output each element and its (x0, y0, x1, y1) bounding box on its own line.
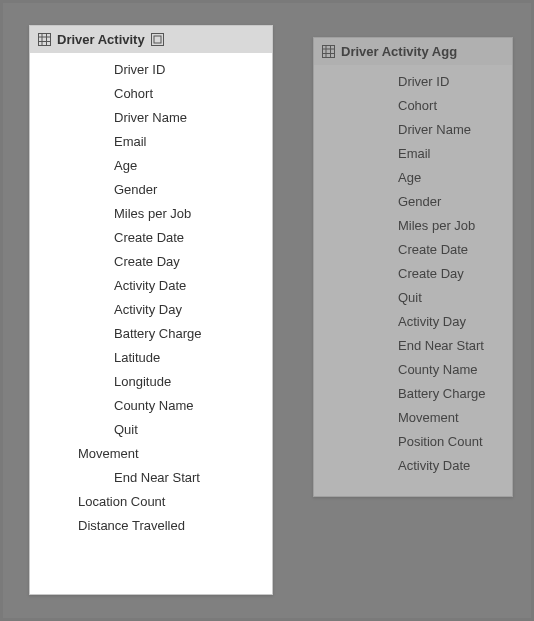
field-row[interactable]: Distance Travelled (30, 513, 272, 537)
field-label: Cohort (390, 98, 437, 113)
field-row[interactable]: Activity Date (30, 273, 272, 297)
table-panel[interactable]: Driver ActivityDriver IDCohortDriver Nam… (29, 25, 273, 595)
field-label: Miles per Job (106, 206, 191, 221)
table-panel[interactable]: Driver Activity AggDriver IDCohortDriver… (313, 37, 513, 497)
table-icon (38, 33, 51, 46)
field-row[interactable]: Miles per Job (30, 201, 272, 225)
field-label: Quit (106, 422, 138, 437)
svg-rect-6 (154, 36, 161, 43)
field-row[interactable]: Age (30, 153, 272, 177)
field-row[interactable]: Movement (314, 405, 512, 429)
field-row[interactable]: Create Date (30, 225, 272, 249)
field-label: Position Count (390, 434, 483, 449)
field-row[interactable]: Activity Date (314, 453, 512, 477)
field-label: Activity Date (390, 458, 470, 473)
sigma-icon (352, 435, 390, 447)
field-label: Email (390, 146, 431, 161)
table-icon (322, 45, 335, 58)
field-row[interactable]: Driver ID (314, 69, 512, 93)
field-label: Create Day (106, 254, 180, 269)
field-label: Distance Travelled (70, 518, 185, 533)
field-row[interactable]: Location Count (30, 489, 272, 513)
field-label: Cohort (106, 86, 153, 101)
field-label: Activity Day (390, 314, 466, 329)
field-row[interactable]: Miles per Job (314, 213, 512, 237)
field-label: Movement (390, 410, 459, 425)
svg-rect-5 (151, 34, 163, 46)
field-row[interactable]: Quit (30, 417, 272, 441)
field-row[interactable]: End Near Start (314, 333, 512, 357)
field-label: County Name (390, 362, 477, 377)
field-row[interactable]: Activity Day (30, 297, 272, 321)
field-label: Age (390, 170, 421, 185)
field-row[interactable]: Driver ID (30, 57, 272, 81)
sigma-icon (352, 99, 390, 111)
field-label: Battery Charge (106, 326, 201, 341)
sigma-icon (352, 75, 390, 87)
panel-body: Driver IDCohortDriver NameEmailAgeGender… (314, 65, 512, 487)
field-row[interactable]: Create Date (314, 237, 512, 261)
field-row[interactable]: Email (314, 141, 512, 165)
field-row[interactable]: Longitude (30, 369, 272, 393)
field-row[interactable]: Age (314, 165, 512, 189)
panel-body: Driver IDCohortDriver NameEmailAgeGender… (30, 53, 272, 547)
field-label: Create Date (106, 230, 184, 245)
field-label: End Near Start (106, 470, 200, 485)
field-label: Battery Charge (390, 386, 485, 401)
field-row[interactable]: Cohort (314, 93, 512, 117)
panel-title: Driver Activity (57, 32, 145, 47)
field-label: Activity Day (106, 302, 182, 317)
panel-title: Driver Activity Agg (341, 44, 457, 59)
field-row[interactable]: Battery Charge (314, 381, 512, 405)
field-row[interactable]: Movement (30, 441, 272, 465)
layout-icon[interactable] (151, 33, 164, 46)
field-row[interactable]: Latitude (30, 345, 272, 369)
field-row[interactable]: Battery Charge (30, 321, 272, 345)
field-label: Driver Name (106, 110, 187, 125)
field-row[interactable]: Quit (314, 285, 512, 309)
calculator-icon (50, 519, 70, 531)
calculator-icon (50, 495, 70, 507)
field-label: Latitude (106, 350, 160, 365)
field-row[interactable]: Create Day (314, 261, 512, 285)
field-row[interactable]: Position Count (314, 429, 512, 453)
panel-header[interactable]: Driver Activity (30, 26, 272, 53)
field-row[interactable]: Driver Name (314, 117, 512, 141)
field-label: Driver ID (390, 74, 449, 89)
sigma-icon (352, 291, 390, 303)
field-label: Create Day (390, 266, 464, 281)
field-row[interactable]: Activity Day (314, 309, 512, 333)
panel-header[interactable]: Driver Activity Agg (314, 38, 512, 65)
field-row[interactable]: Create Day (30, 249, 272, 273)
field-row[interactable]: Driver Name (30, 105, 272, 129)
field-row[interactable]: End Near Start (30, 465, 272, 489)
svg-rect-19 (323, 46, 335, 58)
field-label: Create Date (390, 242, 468, 257)
field-label: Gender (106, 182, 157, 197)
field-label: End Near Start (390, 338, 484, 353)
sigma-icon (352, 171, 390, 183)
field-label: Longitude (106, 374, 171, 389)
field-label: Gender (390, 194, 441, 209)
field-row[interactable]: Email (30, 129, 272, 153)
field-row[interactable]: Gender (30, 177, 272, 201)
field-label: Movement (70, 446, 139, 461)
field-label: Miles per Job (390, 218, 475, 233)
field-row[interactable]: Gender (314, 189, 512, 213)
field-label: Location Count (70, 494, 165, 509)
sigma-icon (352, 339, 390, 351)
field-label: Driver ID (106, 62, 165, 77)
sigma-icon (50, 447, 70, 459)
field-label: Quit (390, 290, 422, 305)
field-label: Driver Name (390, 122, 471, 137)
field-label: County Name (106, 398, 193, 413)
sigma-icon (352, 315, 390, 327)
field-label: Email (106, 134, 147, 149)
svg-rect-0 (39, 34, 51, 46)
field-label: Age (106, 158, 137, 173)
sigma-icon (352, 411, 390, 423)
field-row[interactable]: Cohort (30, 81, 272, 105)
field-row[interactable]: County Name (30, 393, 272, 417)
field-label: Activity Date (106, 278, 186, 293)
field-row[interactable]: County Name (314, 357, 512, 381)
